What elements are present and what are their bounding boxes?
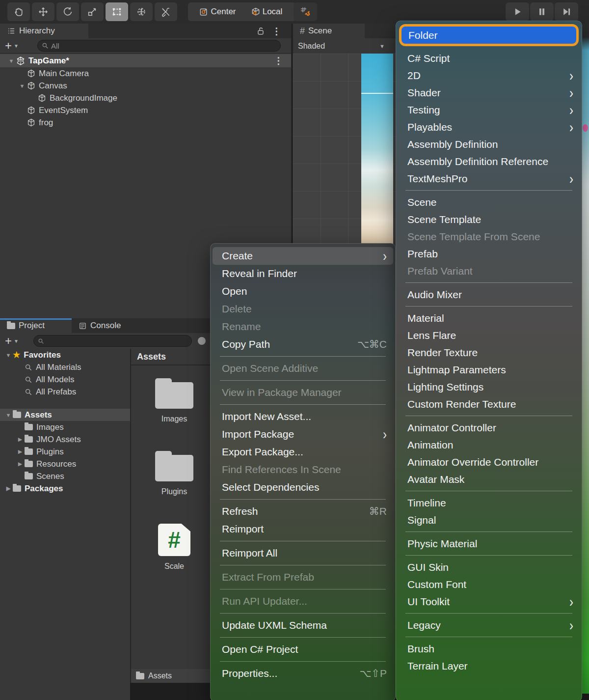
menu-item-ui-toolkit[interactable]: UI Toolkit› (396, 593, 582, 610)
hierarchy-item-main-camera[interactable]: Main Camera (0, 67, 291, 80)
menu-item-custom-render-texture[interactable]: Custom Render Texture (396, 395, 582, 413)
menu-item-animator-override-controller[interactable]: Animator Override Controller (396, 453, 582, 471)
shading-dropdown-caret-icon[interactable]: ▼ (379, 43, 385, 49)
menu-item-lens-flare[interactable]: Lens Flare (396, 327, 582, 344)
menu-item-refresh[interactable]: Refresh⌘R (210, 503, 396, 520)
rotation-local-button[interactable]: Local (237, 2, 296, 21)
pause-button[interactable] (530, 2, 554, 21)
project-tree-item-all-materials[interactable]: All Materials (0, 361, 130, 373)
expand-caret-icon[interactable]: ▶ (4, 485, 13, 492)
menu-item-2d[interactable]: 2D› (396, 67, 582, 84)
project-tree-item-resources[interactable]: ▶Resources (0, 458, 130, 470)
expand-caret-icon[interactable]: ▼ (7, 58, 16, 64)
play-button[interactable] (506, 2, 529, 21)
expand-caret-icon[interactable]: ▼ (4, 352, 13, 358)
menu-item-physic-material[interactable]: Physic Material (396, 535, 582, 552)
menu-item-prefab[interactable]: Prefab (396, 245, 582, 262)
menu-item-animation[interactable]: Animation (396, 436, 582, 453)
expand-caret-icon[interactable]: ▶ (16, 448, 25, 455)
menu-item-signal[interactable]: Signal (396, 511, 582, 529)
menu-item-copy-path[interactable]: Copy Path⌥⌘C (210, 336, 396, 353)
tab-hierarchy[interactable]: Hierarchy (0, 24, 88, 38)
project-tree-item-assets[interactable]: ▼Assets (0, 409, 130, 421)
project-tree-item-images[interactable]: Images (0, 421, 130, 433)
menu-item-terrain-layer[interactable]: Terrain Layer (396, 657, 582, 674)
grid-snap-magnet-button[interactable] (294, 2, 317, 21)
project-tree-item-packages[interactable]: ▶Packages (0, 482, 130, 495)
menu-item-gui-skin[interactable]: GUI Skin (396, 559, 582, 576)
menu-item-create[interactable]: Create› (213, 247, 393, 265)
hierarchy-item-frog[interactable]: frog (0, 116, 291, 129)
hierarchy-item-eventsystem[interactable]: EventSystem (0, 104, 291, 116)
lock-icon[interactable] (256, 26, 266, 36)
menu-item-export-package[interactable]: Export Package... (210, 443, 396, 461)
menu-item-scene-template[interactable]: Scene Template (396, 211, 582, 228)
create-plus-caret-icon[interactable]: ▼ (14, 43, 19, 49)
custom-tools-button[interactable] (155, 2, 177, 21)
menu-item-select-dependencies[interactable]: Select Dependencies (210, 478, 396, 496)
hierarchy-item-tapgame[interactable]: ▼TapGame*⋮ (0, 54, 291, 67)
hierarchy-item-backgroundimage[interactable]: BackgroundImage (0, 92, 291, 104)
scale-tool-button[interactable] (81, 2, 104, 21)
menu-item-folder[interactable]: Folder (402, 27, 576, 44)
project-tree-item-jmo-assets[interactable]: ▶JMO Assets (0, 433, 130, 446)
transform-tool-button[interactable] (130, 2, 153, 21)
expand-caret-icon[interactable]: ▼ (4, 412, 13, 418)
menu-item-textmeshpro[interactable]: TextMeshPro› (396, 170, 582, 187)
menu-item-open[interactable]: Open (210, 282, 396, 300)
project-tree-item-plugins[interactable]: ▶Plugins (0, 446, 130, 458)
menu-item-assembly-definition-reference[interactable]: Assembly Definition Reference (396, 153, 582, 170)
menu-item-open-c-project[interactable]: Open C# Project (210, 641, 396, 658)
step-button[interactable] (555, 2, 578, 21)
project-tree-item-favorites[interactable]: ▼★Favorites (0, 349, 130, 361)
menu-item-update-uxml-schema[interactable]: Update UXML Schema (210, 616, 396, 634)
menu-item-scene[interactable]: Scene (396, 194, 582, 211)
move-tool-button[interactable] (32, 2, 54, 21)
expand-caret-icon[interactable]: ▶ (16, 436, 25, 443)
project-tree-item-all-models[interactable]: All Models (0, 373, 130, 386)
project-tree-item-scenes[interactable]: Scenes (0, 470, 130, 482)
hierarchy-item-canvas[interactable]: ▼Canvas (0, 80, 291, 92)
menu-item-playables[interactable]: Playables› (396, 118, 582, 136)
menu-item-animator-controller[interactable]: Animator Controller (396, 419, 582, 436)
create-plus-button[interactable]: + (5, 40, 12, 52)
menu-item-properties[interactable]: Properties...⌥⇧P (210, 665, 396, 682)
shading-mode-dropdown[interactable]: Shaded (298, 42, 325, 51)
menu-item-assembly-definition[interactable]: Assembly Definition (396, 136, 582, 153)
menu-item-reveal-in-finder[interactable]: Reveal in Finder (210, 265, 396, 282)
menu-item-shader[interactable]: Shader› (396, 84, 582, 101)
expand-caret-icon[interactable]: ▼ (18, 83, 27, 89)
asset-item-images[interactable]: Images (131, 378, 217, 423)
menu-item-lightmap-parameters[interactable]: Lightmap Parameters (396, 361, 582, 378)
project-create-plus-button[interactable]: + (5, 335, 12, 347)
menu-item-import-package[interactable]: Import Package› (210, 425, 396, 443)
rect-tool-button[interactable] (106, 2, 128, 21)
menu-item-import-new-asset[interactable]: Import New Asset... (210, 408, 396, 425)
project-search-input[interactable] (33, 335, 192, 347)
hand-tool-button[interactable] (7, 2, 30, 21)
menu-item-render-texture[interactable]: Render Texture (396, 344, 582, 361)
menu-item-avatar-mask[interactable]: Avatar Mask (396, 471, 582, 488)
menu-item-timeline[interactable]: Timeline (396, 494, 582, 511)
hierarchy-search-input[interactable]: All (37, 40, 281, 52)
tab-console[interactable]: Console (72, 318, 148, 333)
menu-item-brush[interactable]: Brush (396, 640, 582, 657)
menu-item-lighting-settings[interactable]: Lighting Settings (396, 378, 582, 395)
asset-item-plugins[interactable]: Plugins (131, 451, 217, 496)
tab-scene[interactable]: # Scene (293, 24, 365, 38)
menu-item-reimport[interactable]: Reimport (210, 520, 396, 538)
hierarchy-menu-kebab-icon[interactable]: ⋮ (272, 26, 281, 37)
tab-project[interactable]: Project (0, 318, 72, 333)
rotate-tool-button[interactable] (56, 2, 79, 21)
menu-item-testing[interactable]: Testing› (396, 101, 582, 118)
item-menu-kebab-icon[interactable]: ⋮ (274, 55, 283, 66)
project-tree-item-all-prefabs[interactable]: All Prefabs (0, 386, 130, 398)
menu-item-custom-font[interactable]: Custom Font (396, 576, 582, 593)
menu-item-audio-mixer[interactable]: Audio Mixer (396, 286, 582, 303)
menu-item-legacy[interactable]: Legacy› (396, 616, 582, 634)
menu-item-reimport-all[interactable]: Reimport All (210, 544, 396, 562)
asset-item-scale[interactable]: #Scale (131, 524, 217, 571)
project-create-plus-caret-icon[interactable]: ▼ (14, 338, 19, 344)
hidden-packages-icon[interactable] (198, 337, 206, 345)
expand-caret-icon[interactable]: ▶ (16, 461, 25, 467)
